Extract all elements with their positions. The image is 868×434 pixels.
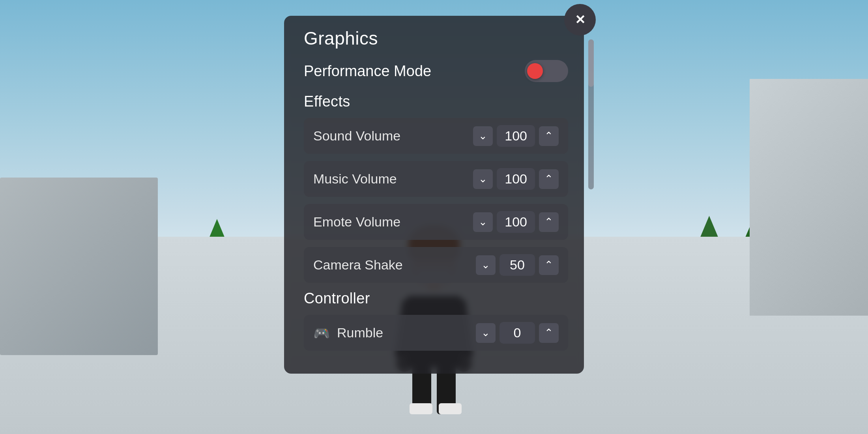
camera-shake-row: Camera Shake ⌄ 50 ⌃	[304, 247, 568, 283]
camera-shake-increase[interactable]: ⌃	[539, 255, 559, 275]
close-button[interactable]: ✕	[564, 4, 596, 36]
emote-volume-controls: ⌄ 100 ⌃	[473, 211, 559, 233]
settings-panel: ✕ Graphics Performance Mode Effects Soun…	[284, 16, 584, 374]
rumble-decrease[interactable]: ⌄	[476, 323, 496, 343]
controller-icon: 🎮	[313, 325, 330, 341]
camera-shake-label: Camera Shake	[313, 257, 403, 273]
emote-volume-row: Emote Volume ⌄ 100 ⌃	[304, 204, 568, 240]
rumble-value: 0	[499, 322, 535, 344]
chevron-up-icon: ⌃	[544, 130, 553, 142]
emote-volume-label: Emote Volume	[313, 214, 400, 230]
toggle-knob	[527, 63, 543, 79]
music-volume-controls: ⌄ 100 ⌃	[473, 168, 559, 190]
sound-volume-increase[interactable]: ⌃	[539, 126, 559, 146]
chevron-up-icon: ⌃	[544, 259, 553, 271]
rumble-row: 🎮 Rumble ⌄ 0 ⌃	[304, 315, 568, 351]
rumble-label-text: Rumble	[337, 325, 383, 340]
emote-volume-value: 100	[497, 211, 535, 233]
camera-shake-value: 50	[499, 254, 535, 276]
chevron-up-icon: ⌃	[544, 173, 553, 185]
camera-shake-controls: ⌄ 50 ⌃	[476, 254, 559, 276]
sound-volume-value: 100	[497, 125, 535, 147]
music-volume-row: Music Volume ⌄ 100 ⌃	[304, 161, 568, 197]
emote-volume-increase[interactable]: ⌃	[539, 212, 559, 232]
chevron-up-icon: ⌃	[544, 327, 553, 339]
scrollbar-track[interactable]	[588, 39, 594, 189]
music-volume-value: 100	[497, 168, 535, 190]
controller-section-label: Controller	[304, 290, 568, 307]
chevron-up-icon: ⌃	[544, 216, 553, 228]
camera-shake-decrease[interactable]: ⌄	[476, 255, 496, 275]
sound-volume-row: Sound Volume ⌄ 100 ⌃	[304, 118, 568, 154]
rumble-increase[interactable]: ⌃	[539, 323, 559, 343]
performance-mode-label: Performance Mode	[304, 63, 431, 80]
right-wall	[750, 79, 868, 316]
music-volume-decrease[interactable]: ⌄	[473, 169, 493, 189]
sound-volume-controls: ⌄ 100 ⌃	[473, 125, 559, 147]
emote-volume-decrease[interactable]: ⌄	[473, 212, 493, 232]
sound-volume-label: Sound Volume	[313, 128, 400, 144]
performance-mode-row: Performance Mode	[304, 60, 568, 82]
left-wall	[0, 178, 158, 355]
rumble-controls: ⌄ 0 ⌃	[476, 322, 559, 344]
chevron-down-icon: ⌄	[481, 327, 490, 339]
effects-section-label: Effects	[304, 93, 568, 110]
chevron-down-icon: ⌄	[479, 130, 487, 142]
sound-volume-decrease[interactable]: ⌄	[473, 126, 493, 146]
chevron-down-icon: ⌄	[481, 259, 490, 271]
close-icon: ✕	[575, 12, 586, 27]
chevron-down-icon: ⌄	[479, 216, 487, 228]
scrollbar-thumb[interactable]	[588, 39, 594, 87]
music-volume-increase[interactable]: ⌃	[539, 169, 559, 189]
performance-mode-toggle[interactable]	[525, 60, 568, 82]
rumble-label: 🎮 Rumble	[313, 325, 383, 341]
panel-title: Graphics	[304, 28, 568, 49]
chevron-down-icon: ⌄	[479, 173, 487, 185]
music-volume-label: Music Volume	[313, 171, 397, 187]
